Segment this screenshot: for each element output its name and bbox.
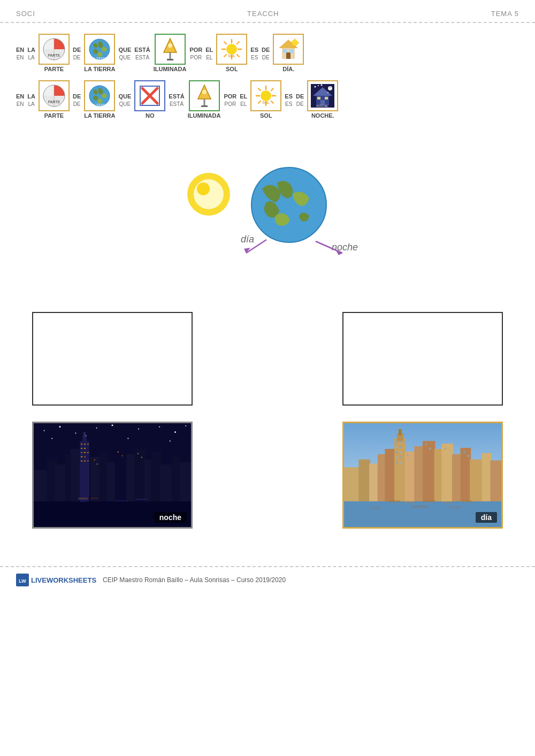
sentence-row-2: EN EN LA LA PARTE PAR — [16, 80, 519, 119]
svg-rect-126 — [94, 460, 95, 461]
svg-rect-161 — [414, 446, 424, 501]
svg-point-26 — [292, 40, 298, 46]
svg-point-64 — [318, 85, 319, 86]
footer-credits: CEIP Maestro Román Baíllo – Aula Sonrisa… — [103, 576, 286, 584]
svg-text:LA TIERRA: LA TIERRA — [91, 103, 108, 106]
svg-rect-165 — [452, 454, 462, 501]
boxes-section — [16, 312, 519, 406]
svg-rect-174 — [445, 448, 446, 449]
svg-rect-157 — [400, 457, 402, 459]
svg-point-86 — [159, 426, 160, 427]
svg-rect-173 — [430, 448, 431, 449]
svg-rect-123 — [160, 465, 173, 502]
word-es-2: ES ES — [285, 93, 293, 107]
svg-rect-136 — [78, 498, 88, 500]
word-de-2: DE DE — [262, 47, 270, 60]
svg-rect-146 — [394, 439, 406, 502]
svg-rect-148 — [399, 429, 402, 436]
svg-rect-156 — [395, 457, 398, 459]
card-noche: NOCHE. NOCHE. — [307, 80, 338, 119]
svg-rect-103 — [84, 444, 86, 445]
svg-rect-170 — [407, 454, 409, 456]
svg-rect-108 — [84, 452, 86, 453]
svg-rect-129 — [122, 455, 123, 456]
svg-rect-25 — [290, 49, 294, 53]
card-iluminada-2: ILUMINADA — [188, 80, 221, 119]
svg-text:SOL: SOL — [262, 101, 270, 104]
word-por-1: POR POR — [189, 47, 202, 60]
card-house-night: NOCHE. — [307, 80, 338, 111]
page-footer: LW LIVEWORKSHEETS CEIP Maestro Román Baí… — [0, 566, 535, 593]
svg-rect-112 — [81, 461, 82, 462]
word-la-1: LA LA — [27, 47, 35, 60]
header-left: SOCI — [16, 10, 35, 18]
svg-rect-182 — [462, 500, 473, 502]
svg-rect-151 — [404, 441, 406, 443]
svg-point-82 — [75, 433, 76, 434]
svg-rect-104 — [87, 444, 89, 445]
svg-rect-98 — [71, 449, 81, 501]
svg-line-53 — [271, 88, 273, 90]
svg-point-70 — [197, 182, 210, 195]
svg-rect-176 — [463, 452, 465, 453]
svg-rect-162 — [423, 441, 435, 502]
card-earth-globe-2: LA TIERRA — [84, 80, 115, 111]
svg-text:noche: noche — [332, 242, 358, 253]
svg-point-46 — [261, 90, 271, 101]
svg-rect-109 — [87, 452, 89, 453]
svg-rect-111 — [84, 456, 86, 457]
liveworksheets-logo: LW LIVEWORKSHEETS — [16, 574, 96, 586]
svg-rect-134 — [115, 500, 128, 501]
svg-point-85 — [138, 429, 139, 430]
word-esta-2: ESTÁ ESTÁ — [169, 93, 184, 107]
word-que-2: QUE QUE — [119, 93, 132, 107]
svg-point-62 — [328, 86, 332, 90]
word-esta-1: ESTÁ ESTÁ — [134, 47, 150, 60]
photo-day-label: día — [476, 512, 497, 523]
word-de-3: DE DE — [73, 93, 81, 107]
svg-point-63 — [315, 86, 316, 88]
card-tierra-2: LA TIERRA LA TIERRA — [84, 80, 115, 119]
svg-rect-175 — [449, 452, 450, 453]
svg-text:LW: LW — [19, 578, 26, 584]
svg-rect-143 — [369, 464, 379, 502]
logo-icon: LW — [16, 574, 29, 586]
svg-line-54 — [258, 101, 261, 103]
word-por-2: POR POR — [224, 93, 236, 107]
svg-rect-172 — [425, 444, 427, 446]
card-sol-1: SOL SOL — [216, 34, 247, 73]
header-center: TEACCH — [247, 10, 279, 18]
svg-rect-179 — [404, 501, 415, 503]
svg-rect-24 — [283, 49, 287, 53]
empty-box-left — [32, 312, 193, 406]
empty-box-right — [342, 312, 503, 406]
card-lamp-1 — [155, 34, 186, 65]
svg-rect-125 — [179, 462, 191, 502]
svg-rect-133 — [80, 501, 86, 502]
svg-rect-128 — [118, 452, 119, 453]
svg-rect-166 — [461, 448, 471, 501]
svg-rect-127 — [97, 464, 98, 465]
svg-rect-61 — [325, 97, 328, 100]
header-right: TEMA 5 — [491, 10, 519, 18]
svg-rect-150 — [400, 441, 402, 443]
card-earth-half-1: PARTE — [39, 34, 70, 65]
svg-point-83 — [96, 427, 97, 429]
svg-line-18 — [237, 42, 239, 44]
svg-rect-167 — [470, 460, 483, 501]
card-no: NO NO — [134, 80, 165, 119]
main-content: EN EN LA LA PARTE — [0, 23, 535, 550]
sentences-section: EN EN LA LA PARTE — [16, 34, 519, 119]
word-en-1: EN EN — [16, 47, 24, 60]
svg-rect-137 — [90, 498, 98, 499]
svg-rect-154 — [395, 452, 398, 453]
word-en-2: EN EN — [16, 93, 24, 107]
svg-rect-23 — [286, 52, 291, 59]
svg-rect-113 — [84, 461, 86, 462]
card-cross-red: NO — [134, 80, 165, 111]
svg-point-80 — [44, 430, 45, 431]
svg-rect-110 — [81, 456, 82, 457]
svg-rect-184 — [449, 507, 462, 508]
svg-text:PARTE: PARTE — [48, 100, 60, 104]
svg-rect-178 — [388, 500, 400, 502]
